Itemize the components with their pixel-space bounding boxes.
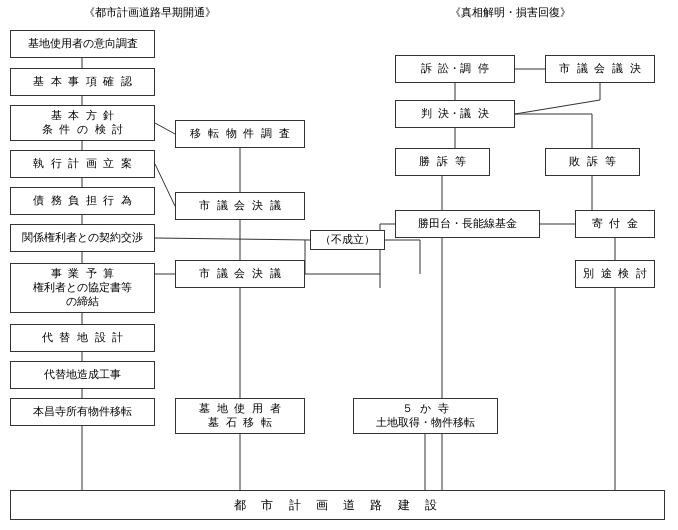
box-b15: ５ か 寺 土地取得・物件移転 — [353, 398, 498, 434]
box-b1: 基地使用者の意向調査 — [10, 30, 155, 58]
box-b6: 関係権利者との契約交渉 — [10, 224, 155, 252]
box-b2: 基 本 事 項 確 認 — [10, 68, 155, 96]
box-b20: 敗 訴 等 — [545, 148, 640, 176]
box-b8: 代 替 地 設 計 — [10, 324, 155, 352]
svg-line-12 — [155, 238, 310, 240]
box-b23: 別 途 検 討 — [575, 260, 655, 288]
box-b7: 事 業 予 算 権利者との協定書等 の締結 — [10, 263, 155, 313]
box-b3: 基 本 方 針 条 件 の 検 討 — [10, 105, 155, 141]
box-b11: 移 転 物 件 調 査 — [175, 120, 305, 148]
box-b14: 墓 地 使 用 者 墓 石 移 転 — [175, 398, 305, 434]
box-b10: 本昌寺所有物件移転 — [10, 398, 155, 426]
bottom-box: 都 市 計 画 道 路 建 設 — [10, 490, 665, 520]
box-b17: 市 議 会 議 決 — [545, 55, 655, 83]
box-b4: 執 行 計 画 立 案 — [10, 150, 155, 178]
box-b18: 判 決・議 決 — [395, 100, 515, 128]
svg-line-26 — [515, 100, 600, 114]
box-b19: 勝 訴 等 — [395, 148, 490, 176]
right-header: 《真相解明・損害回復》 — [400, 5, 620, 20]
box-b13: 市 議 会 決 議 — [175, 260, 305, 288]
diagram: 《都市計画道路早期開通》 《真相解明・損害回復》 基地使用者の意向調査基 本 事… — [0, 0, 678, 530]
box-b24: （不成立） — [310, 230, 385, 250]
svg-line-10 — [155, 123, 175, 134]
box-b9: 代替地造成工事 — [10, 361, 155, 389]
box-b5: 債 務 負 担 行 為 — [10, 187, 155, 215]
box-b12: 市 議 会 決 議 — [175, 192, 305, 220]
svg-line-11 — [155, 164, 175, 206]
box-b16: 訴 訟・調 停 — [395, 55, 515, 83]
box-b21: 勝田台・長能線基金 — [395, 210, 540, 238]
box-b22: 寄 付 金 — [575, 210, 655, 238]
left-header: 《都市計画道路早期開通》 — [50, 5, 250, 20]
